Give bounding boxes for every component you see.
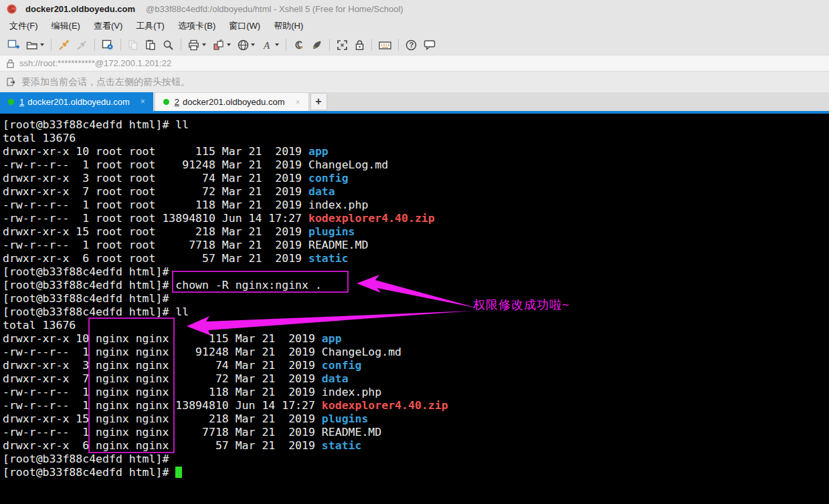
menu-file[interactable]: 文件(F) — [3, 17, 45, 35]
feedback-bubble-icon — [424, 39, 436, 50]
fullscreen-button[interactable] — [333, 37, 351, 53]
terminal-line: -rw-r--r-- 1 nginx nginx 91248 Mar 21 20… — [3, 346, 829, 359]
terminal-line: [root@b33f88c4edfd html]# — [3, 292, 829, 305]
virtual-keyboard-button[interactable] — [375, 37, 395, 53]
disconnect-icon — [76, 39, 88, 51]
tab-1-title: docker201.oldboyedu.com — [27, 97, 130, 107]
paste-icon — [145, 39, 156, 51]
window-title-detail: @b33f88c4edfd:/oldboyedu/html - Xshell 5… — [146, 4, 403, 14]
web-dropdown-caret[interactable] — [251, 43, 255, 46]
address-url[interactable]: ssh://root:***********@172.200.1.201:22 — [19, 58, 171, 68]
terminal-line: total 13676 — [3, 319, 829, 332]
toolbar-separator — [398, 39, 399, 51]
terminal-line: drwxr-xr-x 6 nginx nginx 57 Mar 21 2019 … — [3, 439, 829, 453]
disconnect-button[interactable] — [73, 37, 91, 53]
open-session-button[interactable] — [23, 37, 48, 53]
arrange-layout-dropdown-caret[interactable] — [227, 43, 231, 46]
help-button[interactable]: ? — [402, 37, 420, 53]
toolbar-separator — [94, 39, 95, 51]
svg-text:?: ? — [409, 41, 413, 49]
web-browser-button[interactable] — [234, 37, 258, 53]
print-dropdown-caret[interactable] — [202, 43, 206, 46]
xshell-tool-icon — [293, 39, 304, 51]
feedback-button[interactable] — [420, 37, 439, 53]
toolbar-separator — [51, 39, 52, 51]
menu-view[interactable]: 查看(V) — [87, 17, 129, 35]
window-session-title: docker201.oldboyedu.com — [25, 4, 135, 14]
terminal[interactable]: [root@b33f88c4edfd html]# lltotal 13676d… — [0, 114, 829, 504]
xshell-tool-button[interactable] — [290, 37, 308, 53]
terminal-line: drwxr-xr-x 10 nginx nginx 115 Mar 21 201… — [3, 332, 829, 346]
address-lock-icon — [7, 59, 14, 68]
tab-1-close-icon[interactable]: × — [141, 97, 145, 106]
copy-button[interactable] — [124, 37, 142, 53]
connect-button[interactable] — [55, 37, 73, 53]
copy-icon — [128, 39, 139, 51]
menu-tools[interactable]: 工具(T) — [129, 17, 171, 35]
lock-icon — [355, 39, 365, 51]
tab-2-connected-dot — [163, 99, 169, 105]
font-dropdown-caret[interactable] — [275, 43, 279, 46]
tab-2-number: 2 — [175, 97, 179, 107]
terminal-line: drwxr-xr-x 15 root root 218 Mar 21 2019 … — [3, 225, 829, 239]
arrange-layout-icon — [213, 39, 225, 51]
terminal-line: -rw-r--r-- 1 root root 13894810 Jun 14 1… — [3, 212, 829, 225]
toolbar-separator — [371, 39, 372, 51]
arrange-layout-button[interactable] — [209, 37, 234, 53]
address-bar[interactable]: ssh://root:***********@172.200.1.201:22 — [0, 55, 829, 71]
toolbar-separator — [286, 39, 286, 51]
terminal-line: drwxr-xr-x 7 nginx nginx 72 Mar 21 2019 … — [3, 372, 829, 386]
menu-window[interactable]: 窗口(W) — [222, 17, 267, 35]
session-hint-text: 要添加当前会话，点击左侧的箭头按钮。 — [21, 76, 190, 88]
xftp-transfer-button[interactable] — [308, 37, 326, 53]
session-properties-icon — [102, 39, 114, 51]
open-folder-icon — [26, 40, 38, 50]
open-session-dropdown-caret[interactable] — [40, 43, 44, 46]
menu-edit[interactable]: 编辑(E) — [45, 17, 87, 35]
session-hint-bar: 要添加当前会话，点击左侧的箭头按钮。 — [0, 71, 829, 92]
terminal-line: -rw-r--r-- 1 root root 7718 Mar 21 2019 … — [3, 239, 829, 252]
menu-help[interactable]: 帮助(H) — [267, 17, 310, 35]
terminal-line: [root@b33f88c4edfd html]# — [3, 265, 829, 279]
menu-bar: 文件(F) 编辑(E) 查看(V) 工具(T) 选项卡(B) 窗口(W) 帮助(… — [0, 17, 829, 35]
terminal-line: drwxr-xr-x 3 nginx nginx 74 Mar 21 2019 … — [3, 359, 829, 372]
new-session-button[interactable] — [4, 37, 23, 53]
terminal-output: [root@b33f88c4edfd html]# lltotal 13676d… — [3, 118, 829, 479]
title-bar: docker201.oldboyedu.com @b33f88c4edfd:/o… — [0, 0, 829, 17]
menu-tabs[interactable]: 选项卡(B) — [171, 17, 222, 35]
virtual-keyboard-icon — [379, 40, 391, 50]
tab-2-close-icon[interactable]: × — [295, 98, 300, 107]
terminal-line: total 13676 — [3, 132, 829, 145]
add-session-arrow-icon — [6, 77, 17, 87]
terminal-line: [root@b33f88c4edfd html]# ll — [3, 118, 829, 132]
lock-screen-button[interactable] — [351, 37, 368, 53]
toolbar-separator — [329, 39, 330, 51]
xftp-transfer-icon — [311, 39, 323, 51]
session-properties-button[interactable] — [98, 37, 117, 53]
xshell-window: docker201.oldboyedu.com @b33f88c4edfd:/o… — [0, 0, 829, 504]
terminal-line: drwxr-xr-x 6 root root 57 Mar 21 2019 st… — [3, 252, 829, 265]
terminal-line: -rw-r--r-- 1 nginx nginx 118 Mar 21 2019… — [3, 386, 829, 399]
terminal-line: drwxr-xr-x 3 root root 74 Mar 21 2019 co… — [3, 172, 829, 185]
terminal-cursor — [175, 467, 182, 478]
terminal-line: -rw-r--r-- 1 nginx nginx 7718 Mar 21 201… — [3, 426, 829, 439]
annotation-label: 权限修改成功啦~ — [473, 298, 570, 311]
svg-text:A: A — [263, 39, 270, 50]
print-icon — [188, 39, 200, 51]
toolbar-separator — [181, 39, 181, 51]
terminal-line: [root@b33f88c4edfd html]# — [3, 453, 829, 466]
terminal-line: [root@b33f88c4edfd html]# chown -R nginx… — [3, 279, 829, 292]
xshell-app-icon — [6, 3, 17, 15]
toolbar-separator — [120, 39, 121, 51]
terminal-line: drwxr-xr-x 7 root root 72 Mar 21 2019 da… — [3, 185, 829, 199]
print-button[interactable] — [185, 37, 209, 53]
find-button[interactable] — [159, 37, 177, 53]
terminal-line: [root@b33f88c4edfd html]# ll — [3, 305, 829, 319]
new-tab-button[interactable]: + — [310, 93, 327, 110]
tab-session-1[interactable]: 1 docker201.oldboyedu.com × — [0, 92, 153, 111]
tab-session-2[interactable]: 2 docker201.oldboyedu.com × — [155, 92, 309, 111]
paste-button[interactable] — [142, 37, 159, 53]
find-icon — [163, 39, 174, 51]
terminal-line: -rw-r--r-- 1 root root 91248 Mar 21 2019… — [3, 158, 829, 172]
font-button[interactable]: A — [258, 37, 282, 53]
